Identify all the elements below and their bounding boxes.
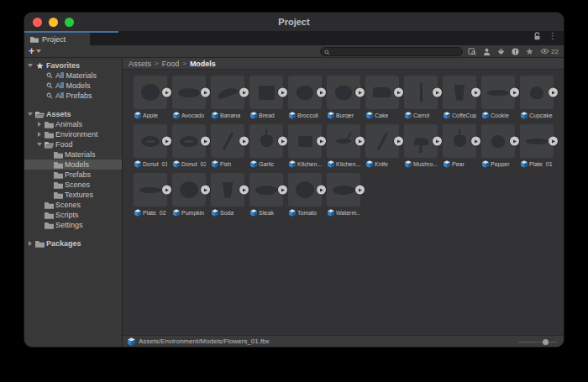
lock-icon[interactable] [533,29,541,44]
asset-thumbnail[interactable] [288,173,322,207]
asset-item-kitchen[interactable]: Kitchen... [288,124,322,169]
expand-asset-button[interactable] [278,137,287,146]
asset-item-plate-01[interactable]: Plate_01 [520,124,554,169]
asset-thumbnail[interactable] [288,76,322,109]
expand-asset-button[interactable] [201,186,210,195]
expand-asset-button[interactable] [162,186,171,195]
asset-item-apple[interactable]: Apple [134,76,167,120]
asset-item-carrot[interactable]: Carrot [404,76,438,120]
asset-thumbnail[interactable] [211,76,244,109]
expand-asset-button[interactable] [549,88,558,97]
thumbnail-zoom-slider[interactable] [518,338,557,346]
asset-thumbnail[interactable] [134,124,167,158]
asset-item-bread[interactable]: Bread [249,76,283,120]
asset-thumbnail[interactable] [443,124,476,158]
breadcrumb-models[interactable]: Models [190,60,216,68]
asset-item-avocado[interactable]: Avocado [172,76,206,120]
sidebar-item-all-models[interactable]: All Models [24,81,122,91]
expand-asset-button[interactable] [278,186,287,195]
expand-arrow-icon[interactable] [27,240,34,247]
asset-item-garlic[interactable]: Garlic [249,124,283,169]
collapse-arrow-icon[interactable] [27,111,34,118]
expand-arrow-icon[interactable] [36,131,43,138]
expand-asset-button[interactable] [201,137,210,146]
sidebar-item-animals[interactable]: Animals [24,119,122,129]
title-bar[interactable]: Project [24,13,564,31]
asset-thumbnail[interactable] [172,76,206,109]
asset-item-banana[interactable]: Banana [211,76,244,120]
close-button[interactable] [33,18,42,27]
search-input[interactable] [333,48,459,55]
expand-asset-button[interactable] [239,88,249,97]
expand-asset-button[interactable] [317,186,326,195]
asset-item-coffecup[interactable]: CoffeCup [443,76,476,120]
asset-item-tomato[interactable]: Tomato [288,173,322,217]
asset-thumbnail[interactable] [481,124,515,158]
asset-thumbnail[interactable] [288,124,322,158]
asset-item-soda[interactable]: Soda [211,173,244,217]
asset-thumbnail[interactable] [134,76,167,109]
asset-thumbnail[interactable] [520,76,554,109]
sidebar-item-environment[interactable]: Environment [24,129,122,139]
sidebar-item-prefabs[interactable]: Prefabs [24,170,122,180]
asset-item-knife[interactable]: Knife [365,124,399,169]
expand-asset-button[interactable] [317,88,326,97]
sidebar-item-assets[interactable]: Assets [24,109,122,119]
expand-asset-button[interactable] [510,88,519,97]
search-bar[interactable] [320,47,463,56]
sidebar-item-all-prefabs[interactable]: All Prefabs [24,91,122,101]
expand-arrow-icon[interactable] [36,121,43,128]
asset-item-pear[interactable]: Pear [443,124,476,169]
expand-asset-button[interactable] [162,137,171,146]
asset-thumbnail[interactable] [327,173,360,207]
expand-asset-button[interactable] [162,88,171,97]
asset-item-mushro[interactable]: Mushro... [404,124,438,169]
zoom-button[interactable] [65,18,74,27]
visibility-icon[interactable]: 22 [540,48,559,55]
sidebar-item-scenes[interactable]: Scenes [24,180,122,190]
expand-asset-button[interactable] [433,88,442,97]
collapse-arrow-icon[interactable] [36,141,43,148]
asset-thumbnail[interactable] [520,124,554,158]
expand-asset-button[interactable] [433,137,442,146]
asset-item-pepper[interactable]: Pepper [481,124,515,169]
expand-asset-button[interactable] [471,137,480,146]
asset-item-burger[interactable]: Burger [327,76,360,120]
asset-filter-icon[interactable] [483,48,491,55]
expand-asset-button[interactable] [355,186,365,195]
expand-asset-button[interactable] [510,137,519,146]
breadcrumb-assets[interactable]: Assets [129,60,151,68]
asset-thumbnail[interactable] [134,173,167,207]
favorites-star-icon[interactable] [526,48,533,55]
search-in-window-icon[interactable] [468,48,476,55]
asset-thumbnail[interactable] [172,124,206,158]
asset-item-cupcake[interactable]: Cupcake [520,76,554,120]
asset-item-donut-01[interactable]: Donut_01 [134,124,167,169]
asset-thumbnail[interactable] [404,124,438,158]
sidebar-item-settings[interactable]: Settings [24,220,122,230]
kebab-menu-icon[interactable]: ⋮ [549,32,557,40]
asset-thumbnail[interactable] [249,76,283,109]
asset-item-broccoli[interactable]: Broccoli [288,76,322,120]
zoom-slider-knob[interactable] [543,339,549,345]
expand-asset-button[interactable] [394,137,403,146]
asset-thumbnail[interactable] [404,76,438,109]
sidebar-item-favorites[interactable]: Favorites [24,60,122,71]
tab-project[interactable]: Project [24,33,90,45]
sidebar-item-textures[interactable]: Textures [24,190,122,200]
label-filter-icon[interactable] [497,48,505,55]
expand-asset-button[interactable] [355,137,365,146]
expand-asset-button[interactable] [355,88,365,97]
asset-thumbnail[interactable] [211,124,244,158]
sidebar-item-all-materials[interactable]: All Materials [24,71,122,81]
sidebar-item-packages[interactable]: Packages [24,238,122,249]
asset-thumbnail[interactable] [365,124,399,158]
log-icon[interactable] [512,48,519,55]
sidebar-item-food[interactable]: Food [24,139,122,149]
expand-asset-button[interactable] [394,88,403,97]
sidebar-item-materials[interactable]: Materials [24,149,122,160]
asset-thumbnail[interactable] [249,173,283,207]
sidebar-item-models[interactable]: Models [24,160,122,170]
asset-item-donut-02[interactable]: Donut_02 [172,124,206,169]
expand-asset-button[interactable] [471,88,480,97]
